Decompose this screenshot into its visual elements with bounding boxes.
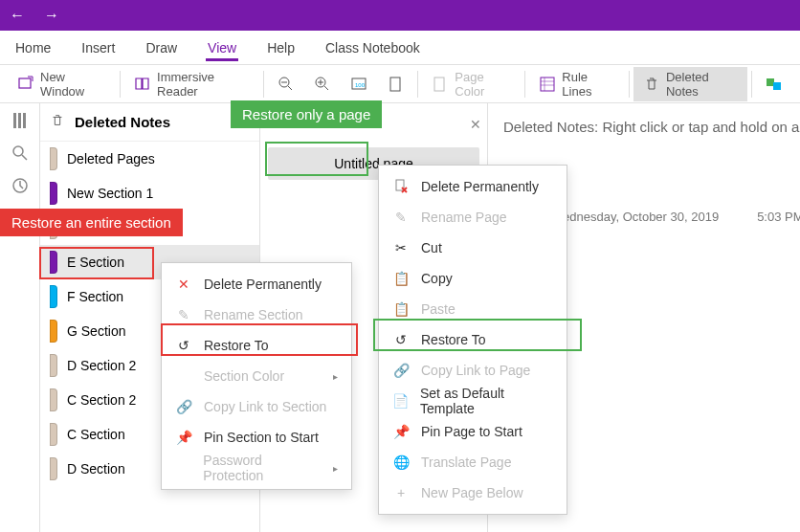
immersive-reader-label: Immersive Reader xyxy=(157,70,250,99)
content-title: Deleted Notes: Right click or tap and ho… xyxy=(503,119,785,135)
page-width-icon xyxy=(387,76,404,93)
paste-icon: 📋 xyxy=(392,300,410,318)
tab-insert[interactable]: Insert xyxy=(79,34,117,61)
ribbon-tabs: Home Insert Draw View Help Class Noteboo… xyxy=(0,31,800,65)
ctx-copy[interactable]: 📋Copy xyxy=(379,263,567,294)
zoom-in-button[interactable] xyxy=(304,67,341,101)
rename-icon: ✎ xyxy=(175,306,192,323)
ctx-paste: 📋Paste xyxy=(379,294,567,324)
search-icon[interactable] xyxy=(11,144,30,163)
svg-rect-16 xyxy=(767,78,774,86)
page-context-menu: Delete Permanently ✎Rename Page ✂Cut 📋Co… xyxy=(378,165,567,515)
section-label: D Section 2 xyxy=(67,358,136,373)
tab-class-notebook[interactable]: Class Notebook xyxy=(323,34,422,61)
link-icon: 🔗 xyxy=(175,398,192,415)
ctx-section-color: Section Color▸ xyxy=(162,361,351,391)
ctx-rename-page: ✎Rename Page xyxy=(379,202,567,233)
ctx-delete-permanently-page[interactable]: Delete Permanently xyxy=(379,171,567,202)
section-label: C Section 2 xyxy=(67,392,136,408)
toolbar: New Window Immersive Reader 100 Page Col… xyxy=(0,65,800,103)
delete-icon: ✕ xyxy=(175,276,192,293)
tab-view[interactable]: View xyxy=(206,34,238,61)
close-icon[interactable]: ✕ xyxy=(470,117,481,132)
chevron-right-icon: ▸ xyxy=(333,463,338,474)
section-item-new-section-1[interactable]: New Section 1 xyxy=(40,176,259,211)
ctx-delete-permanently[interactable]: ✕Delete Permanently xyxy=(162,269,351,299)
restore-icon: ↺ xyxy=(392,331,410,348)
ctx-pin-section-start[interactable]: 📌Pin Section to Start xyxy=(162,422,351,453)
svg-line-22 xyxy=(22,155,27,160)
ctx-restore-to-page[interactable]: ↺Restore To xyxy=(379,324,567,355)
section-label: D Section xyxy=(67,461,125,477)
new-window-icon xyxy=(17,76,34,93)
new-window-label: New Window xyxy=(40,70,106,99)
svg-line-2 xyxy=(288,86,292,90)
zoom-100-button[interactable]: 100 xyxy=(341,67,377,101)
left-rail xyxy=(0,103,40,532)
cut-icon: ✂ xyxy=(392,239,410,256)
callout-restore-section: Restore an entire section xyxy=(0,209,183,236)
section-item-deleted-pages[interactable]: Deleted Pages xyxy=(40,142,259,176)
content-time: 5:03 PM xyxy=(757,210,800,224)
zoom-out-button[interactable] xyxy=(268,67,304,101)
section-label: F Section xyxy=(67,289,123,304)
ctx-copy-link-section: 🔗Copy Link to Section xyxy=(162,391,351,422)
page-color-button[interactable]: Page Color xyxy=(422,67,521,101)
immersive-reader-button[interactable]: Immersive Reader xyxy=(124,67,259,101)
section-label: G Section xyxy=(67,323,125,339)
ctx-default-template[interactable]: 📄Set as Default Template xyxy=(379,386,567,416)
restore-icon: ↺ xyxy=(175,337,192,354)
section-label: C Section xyxy=(67,427,125,442)
rule-lines-label: Rule Lines xyxy=(562,70,615,99)
svg-rect-19 xyxy=(18,113,21,128)
notebooks-icon[interactable] xyxy=(11,111,30,130)
trash-icon xyxy=(50,113,65,131)
ctx-restore-to[interactable]: ↺Restore To xyxy=(162,330,351,361)
forward-arrow-icon[interactable]: → xyxy=(44,7,59,24)
sections-header-label: Deleted Notes xyxy=(75,114,170,130)
zoom-in-icon xyxy=(314,76,331,93)
immersive-reader-icon xyxy=(134,76,151,93)
rule-lines-button[interactable]: Rule Lines xyxy=(529,67,625,101)
new-page-icon: + xyxy=(392,484,410,501)
trash-icon xyxy=(643,76,660,93)
svg-text:100: 100 xyxy=(355,82,366,88)
translate-icon xyxy=(766,76,783,93)
page-color-icon xyxy=(432,76,449,93)
svg-rect-11 xyxy=(434,78,444,91)
zoom-out-icon xyxy=(278,76,295,93)
ctx-pin-page-start[interactable]: 📌Pin Page to Start xyxy=(379,416,567,447)
ctx-translate-page: 🌐Translate Page xyxy=(379,447,567,477)
svg-rect-0 xyxy=(19,78,31,88)
deleted-notes-button[interactable]: Deleted Notes xyxy=(633,67,747,101)
ctx-rename-section: ✎Rename Section xyxy=(162,299,351,330)
tab-help[interactable]: Help xyxy=(265,34,297,61)
section-context-menu: ✕Delete Permanently ✎Rename Section ↺Res… xyxy=(161,262,352,490)
link-icon: 🔗 xyxy=(392,362,410,379)
template-icon: 📄 xyxy=(392,392,409,410)
chevron-right-icon: ▸ xyxy=(333,371,338,382)
svg-line-5 xyxy=(324,86,328,90)
translate-button[interactable] xyxy=(756,67,792,101)
rename-icon: ✎ xyxy=(392,209,410,226)
ctx-password-protection: Password Protection▸ xyxy=(162,453,351,483)
pin-icon: 📌 xyxy=(392,423,410,440)
tab-home[interactable]: Home xyxy=(13,34,53,61)
page-width-button[interactable] xyxy=(377,67,413,101)
section-label: E Section xyxy=(67,255,124,270)
recent-icon[interactable] xyxy=(11,176,30,195)
svg-rect-10 xyxy=(390,78,400,91)
section-label: New Section 1 xyxy=(67,186,153,201)
tab-draw[interactable]: Draw xyxy=(144,34,179,61)
zoom-100-icon: 100 xyxy=(350,76,367,93)
new-window-button[interactable]: New Window xyxy=(8,67,116,101)
callout-restore-page: Restore only a page xyxy=(231,100,382,128)
svg-rect-12 xyxy=(541,78,554,91)
back-arrow-icon[interactable]: ← xyxy=(10,7,25,24)
ctx-cut[interactable]: ✂Cut xyxy=(379,233,567,263)
ctx-copy-link-page: 🔗Copy Link to Page xyxy=(379,355,567,386)
svg-rect-18 xyxy=(13,113,16,128)
deleted-notes-label: Deleted Notes xyxy=(666,70,738,99)
pin-icon: 📌 xyxy=(175,429,192,446)
copy-icon: 📋 xyxy=(392,270,410,287)
